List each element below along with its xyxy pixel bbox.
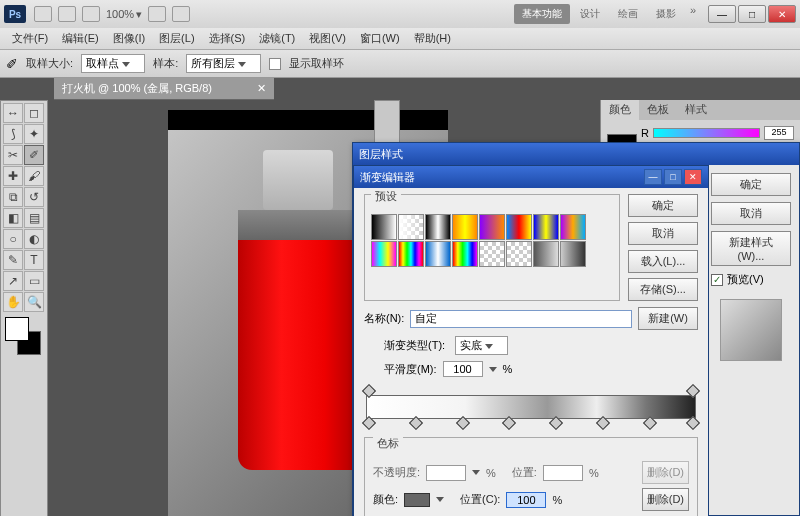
- gradient-preset[interactable]: [452, 214, 478, 240]
- move-tool[interactable]: ↔: [3, 103, 23, 123]
- gradient-name-input[interactable]: [410, 310, 632, 328]
- chevron-down-icon[interactable]: [436, 497, 444, 502]
- eyedropper-tool[interactable]: ✐: [24, 145, 44, 165]
- workspace-tab[interactable]: 摄影: [648, 4, 684, 24]
- menu-image[interactable]: 图像(I): [107, 29, 151, 48]
- gradient-preset[interactable]: [506, 214, 532, 240]
- gradient-preset[interactable]: [560, 214, 586, 240]
- cancel-button[interactable]: 取消: [628, 222, 698, 245]
- title-icon[interactable]: [34, 6, 52, 22]
- title-icon[interactable]: [58, 6, 76, 22]
- title-icon[interactable]: [82, 6, 100, 22]
- save-button[interactable]: 存储(S)...: [628, 278, 698, 301]
- gradient-tool[interactable]: ▤: [24, 208, 44, 228]
- tab-swatches[interactable]: 色板: [639, 100, 677, 120]
- gradient-preset[interactable]: [371, 214, 397, 240]
- color-position-input[interactable]: [506, 492, 546, 508]
- gradient-preset[interactable]: [479, 241, 505, 267]
- gradient-preset[interactable]: [506, 241, 532, 267]
- hand-tool[interactable]: ✋: [3, 292, 23, 312]
- workspace-active[interactable]: 基本功能: [514, 4, 570, 24]
- dodge-tool[interactable]: ◐: [24, 229, 44, 249]
- ok-button[interactable]: 确定: [628, 194, 698, 217]
- gradient-preset[interactable]: [533, 241, 559, 267]
- menu-help[interactable]: 帮助(H): [408, 29, 457, 48]
- wand-tool[interactable]: ✦: [24, 124, 44, 144]
- preview-checkbox[interactable]: ✓: [711, 274, 723, 286]
- toolbox: ↔ ◻ ⟆ ✦ ✂ ✐ ✚ 🖌 ⧉ ↺ ◧ ▤ ○ ◐ ✎ T ↗ ▭ ✋ 🔍: [0, 100, 48, 516]
- layer-style-titlebar[interactable]: 图层样式: [353, 143, 799, 165]
- close-button[interactable]: ✕: [684, 169, 702, 185]
- delete-color-stop-button[interactable]: 删除(D): [642, 488, 689, 511]
- foreground-swatch[interactable]: [5, 317, 29, 341]
- color-swatches[interactable]: [3, 317, 43, 355]
- maximize-button[interactable]: □: [738, 5, 766, 23]
- r-value[interactable]: 255: [764, 126, 794, 140]
- title-icon[interactable]: [172, 6, 190, 22]
- close-button[interactable]: ✕: [768, 5, 796, 23]
- r-slider[interactable]: [653, 128, 760, 138]
- layer-style-buttons: 确定 取消 新建样式(W)... ✓ 预览(V): [711, 173, 791, 507]
- type-tool[interactable]: T: [24, 250, 44, 270]
- cancel-button[interactable]: 取消: [711, 202, 791, 225]
- minimize-button[interactable]: ―: [708, 5, 736, 23]
- stop-color-chip[interactable]: [404, 493, 430, 507]
- path-tool[interactable]: ↗: [3, 271, 23, 291]
- sample-size-select[interactable]: 取样点: [81, 54, 145, 73]
- zoom-tool[interactable]: 🔍: [24, 292, 44, 312]
- gradient-preset[interactable]: [479, 214, 505, 240]
- gradient-preset[interactable]: [533, 214, 559, 240]
- new-style-button[interactable]: 新建样式(W)...: [711, 231, 791, 266]
- gradient-preset[interactable]: [425, 241, 451, 267]
- gradient-preset[interactable]: [452, 241, 478, 267]
- gradient-strip[interactable]: [364, 383, 698, 431]
- gradient-preset[interactable]: [560, 241, 586, 267]
- menu-filter[interactable]: 滤镜(T): [253, 29, 301, 48]
- crop-tool[interactable]: ✂: [3, 145, 23, 165]
- eraser-tool[interactable]: ◧: [3, 208, 23, 228]
- menu-window[interactable]: 窗口(W): [354, 29, 406, 48]
- workspace-tab[interactable]: 设计: [572, 4, 608, 24]
- lasso-tool[interactable]: ⟆: [3, 124, 23, 144]
- new-gradient-button[interactable]: 新建(W): [638, 307, 698, 330]
- menu-layer[interactable]: 图层(L): [153, 29, 200, 48]
- close-icon[interactable]: ✕: [257, 82, 266, 95]
- chevron-down-icon[interactable]: ▾: [136, 8, 142, 21]
- menu-view[interactable]: 视图(V): [303, 29, 352, 48]
- delete-opacity-stop-button: 删除(D): [642, 461, 689, 484]
- ok-button[interactable]: 确定: [711, 173, 791, 196]
- artwork-lighter-band: [238, 210, 368, 240]
- stamp-tool[interactable]: ⧉: [3, 187, 23, 207]
- gradient-preset[interactable]: [398, 241, 424, 267]
- gradient-preset[interactable]: [425, 214, 451, 240]
- gradient-editor-titlebar[interactable]: 渐变编辑器 ― □ ✕: [354, 166, 708, 188]
- menu-edit[interactable]: 编辑(E): [56, 29, 105, 48]
- gradient-type-select[interactable]: 实底: [455, 336, 508, 355]
- show-ring-checkbox[interactable]: [269, 58, 281, 70]
- workspace-tab[interactable]: 绘画: [610, 4, 646, 24]
- title-icon[interactable]: [148, 6, 166, 22]
- load-button[interactable]: 载入(L)...: [628, 250, 698, 273]
- blur-tool[interactable]: ○: [3, 229, 23, 249]
- position-label: 位置:: [512, 465, 537, 480]
- marquee-tool[interactable]: ◻: [24, 103, 44, 123]
- tab-color[interactable]: 颜色: [601, 100, 639, 120]
- menu-file[interactable]: 文件(F): [6, 29, 54, 48]
- sample-select[interactable]: 所有图层: [186, 54, 261, 73]
- chevron-down-icon[interactable]: [489, 367, 497, 372]
- history-brush-tool[interactable]: ↺: [24, 187, 44, 207]
- document-tab[interactable]: 打火机 @ 100% (金属, RGB/8) ✕: [54, 78, 274, 100]
- expand-icon[interactable]: »: [690, 4, 696, 24]
- gradient-preset[interactable]: [398, 214, 424, 240]
- tab-styles[interactable]: 样式: [677, 100, 715, 120]
- heal-tool[interactable]: ✚: [3, 166, 23, 186]
- brush-tool[interactable]: 🖌: [24, 166, 44, 186]
- shape-tool[interactable]: ▭: [24, 271, 44, 291]
- pen-tool[interactable]: ✎: [3, 250, 23, 270]
- smoothness-input[interactable]: [443, 361, 483, 377]
- menu-select[interactable]: 选择(S): [203, 29, 252, 48]
- zoom-display[interactable]: 100%: [106, 8, 134, 20]
- minimize-button[interactable]: ―: [644, 169, 662, 185]
- maximize-button[interactable]: □: [664, 169, 682, 185]
- gradient-preset[interactable]: [371, 241, 397, 267]
